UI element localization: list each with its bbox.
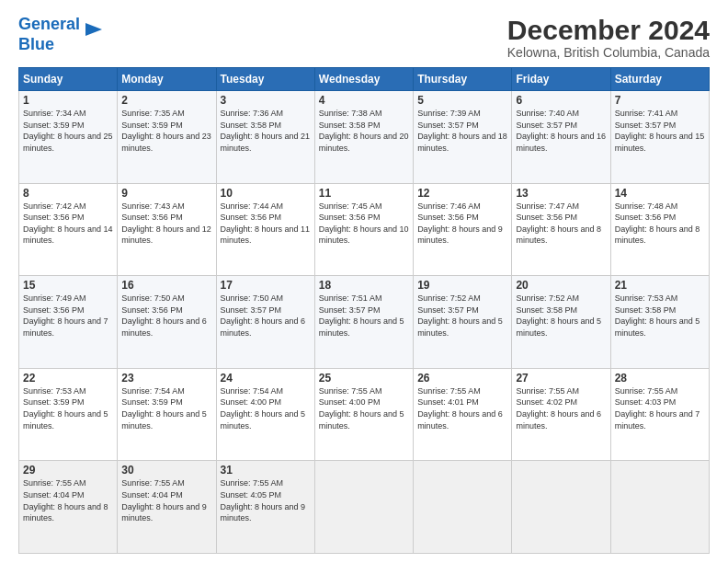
day-info: Sunrise: 7:55 AMSunset: 4:04 PMDaylight:…	[121, 478, 207, 523]
table-row: 24 Sunrise: 7:54 AMSunset: 4:00 PMDaylig…	[216, 368, 314, 461]
day-info: Sunrise: 7:34 AMSunset: 3:59 PMDaylight:…	[23, 109, 113, 153]
table-row: 12 Sunrise: 7:46 AMSunset: 3:56 PMDaylig…	[414, 183, 512, 276]
calendar-week-row: 15 Sunrise: 7:49 AMSunset: 3:56 PMDaylig…	[19, 276, 710, 369]
day-number: 13	[516, 187, 606, 200]
day-info: Sunrise: 7:45 AMSunset: 3:56 PMDaylight:…	[319, 201, 409, 246]
table-row: 4 Sunrise: 7:38 AMSunset: 3:58 PMDayligh…	[314, 91, 413, 184]
page: General Blue December 2024 Kelowna, Brit…	[0, 0, 728, 563]
calendar-week-row: 22 Sunrise: 7:53 AMSunset: 3:59 PMDaylig…	[19, 368, 710, 461]
table-row: 26 Sunrise: 7:55 AMSunset: 4:01 PMDaylig…	[414, 368, 512, 461]
header: General Blue December 2024 Kelowna, Brit…	[18, 15, 710, 60]
table-row: 29 Sunrise: 7:55 AMSunset: 4:04 PMDaylig…	[19, 461, 118, 554]
table-row: 22 Sunrise: 7:53 AMSunset: 3:59 PMDaylig…	[19, 368, 118, 461]
table-row: 13 Sunrise: 7:47 AMSunset: 3:56 PMDaylig…	[512, 183, 610, 276]
table-row: 8 Sunrise: 7:42 AMSunset: 3:56 PMDayligh…	[19, 183, 118, 276]
calendar-week-row: 1 Sunrise: 7:34 AMSunset: 3:59 PMDayligh…	[19, 91, 710, 184]
day-info: Sunrise: 7:40 AMSunset: 3:57 PMDaylight:…	[516, 109, 606, 153]
table-row: 9 Sunrise: 7:43 AMSunset: 3:56 PMDayligh…	[118, 183, 216, 276]
day-number: 12	[417, 187, 507, 200]
table-row: 10 Sunrise: 7:44 AMSunset: 3:56 PMDaylig…	[216, 183, 314, 276]
table-row	[512, 461, 610, 554]
logo-arrow-icon	[84, 19, 104, 43]
day-number: 26	[417, 372, 507, 385]
table-row: 15 Sunrise: 7:49 AMSunset: 3:56 PMDaylig…	[19, 276, 118, 369]
day-info: Sunrise: 7:54 AMSunset: 4:00 PMDaylight:…	[221, 386, 306, 431]
table-row: 21 Sunrise: 7:53 AMSunset: 3:58 PMDaylig…	[610, 276, 709, 369]
table-row: 31 Sunrise: 7:55 AMSunset: 4:05 PMDaylig…	[216, 461, 314, 554]
table-row: 3 Sunrise: 7:36 AMSunset: 3:58 PMDayligh…	[216, 91, 314, 184]
day-info: Sunrise: 7:55 AMSunset: 4:03 PMDaylight:…	[615, 386, 700, 431]
day-number: 11	[319, 187, 409, 200]
table-row: 1 Sunrise: 7:34 AMSunset: 3:59 PMDayligh…	[19, 91, 118, 184]
col-saturday: Saturday	[610, 68, 709, 91]
col-thursday: Thursday	[414, 68, 512, 91]
day-info: Sunrise: 7:36 AMSunset: 3:58 PMDaylight:…	[221, 109, 311, 153]
table-row: 28 Sunrise: 7:55 AMSunset: 4:03 PMDaylig…	[610, 368, 709, 461]
day-info: Sunrise: 7:55 AMSunset: 4:05 PMDaylight:…	[221, 478, 306, 523]
table-row: 2 Sunrise: 7:35 AMSunset: 3:59 PMDayligh…	[118, 91, 216, 184]
day-info: Sunrise: 7:43 AMSunset: 3:56 PMDaylight:…	[121, 201, 211, 246]
day-info: Sunrise: 7:55 AMSunset: 4:00 PMDaylight:…	[319, 386, 404, 431]
logo-text: General Blue	[18, 15, 80, 54]
day-info: Sunrise: 7:44 AMSunset: 3:56 PMDaylight:…	[221, 201, 311, 246]
calendar-table: Sunday Monday Tuesday Wednesday Thursday…	[18, 67, 710, 554]
col-monday: Monday	[118, 68, 216, 91]
day-number: 27	[516, 372, 606, 385]
day-number: 18	[319, 279, 409, 292]
month-title: December 2024	[507, 15, 710, 45]
day-number: 23	[121, 372, 211, 385]
col-sunday: Sunday	[19, 68, 118, 91]
logo-general: General	[18, 15, 80, 33]
logo-blue: Blue	[18, 35, 54, 53]
day-number: 8	[23, 187, 113, 200]
day-number: 5	[417, 94, 507, 107]
day-number: 31	[221, 464, 311, 477]
day-number: 7	[615, 94, 705, 107]
calendar-header-row: Sunday Monday Tuesday Wednesday Thursday…	[19, 68, 710, 91]
day-number: 9	[121, 187, 211, 200]
day-info: Sunrise: 7:38 AMSunset: 3:58 PMDaylight:…	[319, 109, 409, 153]
day-number: 21	[615, 279, 705, 292]
day-number: 10	[221, 187, 311, 200]
table-row: 14 Sunrise: 7:48 AMSunset: 3:56 PMDaylig…	[610, 183, 709, 276]
location: Kelowna, British Columbia, Canada	[507, 45, 710, 60]
day-number: 2	[121, 94, 211, 107]
day-info: Sunrise: 7:46 AMSunset: 3:56 PMDaylight:…	[417, 201, 503, 246]
day-number: 1	[23, 94, 113, 107]
day-number: 25	[319, 372, 409, 385]
col-wednesday: Wednesday	[314, 68, 413, 91]
day-number: 24	[221, 372, 311, 385]
day-info: Sunrise: 7:53 AMSunset: 3:58 PMDaylight:…	[615, 293, 700, 338]
day-number: 29	[23, 464, 113, 477]
calendar-week-row: 8 Sunrise: 7:42 AMSunset: 3:56 PMDayligh…	[19, 183, 710, 276]
day-info: Sunrise: 7:55 AMSunset: 4:02 PMDaylight:…	[516, 386, 601, 431]
title-block: December 2024 Kelowna, British Columbia,…	[507, 15, 710, 60]
table-row: 6 Sunrise: 7:40 AMSunset: 3:57 PMDayligh…	[512, 91, 610, 184]
calendar-week-row: 29 Sunrise: 7:55 AMSunset: 4:04 PMDaylig…	[19, 461, 710, 554]
day-number: 30	[121, 464, 211, 477]
day-info: Sunrise: 7:50 AMSunset: 3:56 PMDaylight:…	[121, 293, 207, 338]
table-row	[610, 461, 709, 554]
logo: General Blue	[18, 15, 104, 54]
table-row: 23 Sunrise: 7:54 AMSunset: 3:59 PMDaylig…	[118, 368, 216, 461]
day-number: 19	[417, 279, 507, 292]
table-row	[314, 461, 413, 554]
day-info: Sunrise: 7:53 AMSunset: 3:59 PMDaylight:…	[23, 386, 108, 431]
table-row: 27 Sunrise: 7:55 AMSunset: 4:02 PMDaylig…	[512, 368, 610, 461]
day-info: Sunrise: 7:42 AMSunset: 3:56 PMDaylight:…	[23, 201, 113, 246]
day-number: 28	[615, 372, 705, 385]
col-tuesday: Tuesday	[216, 68, 314, 91]
day-info: Sunrise: 7:41 AMSunset: 3:57 PMDaylight:…	[615, 109, 705, 153]
table-row: 16 Sunrise: 7:50 AMSunset: 3:56 PMDaylig…	[118, 276, 216, 369]
col-friday: Friday	[512, 68, 610, 91]
table-row: 25 Sunrise: 7:55 AMSunset: 4:00 PMDaylig…	[314, 368, 413, 461]
day-info: Sunrise: 7:39 AMSunset: 3:57 PMDaylight:…	[417, 109, 507, 153]
day-info: Sunrise: 7:52 AMSunset: 3:58 PMDaylight:…	[516, 293, 601, 338]
table-row: 17 Sunrise: 7:50 AMSunset: 3:57 PMDaylig…	[216, 276, 314, 369]
table-row: 5 Sunrise: 7:39 AMSunset: 3:57 PMDayligh…	[414, 91, 512, 184]
day-number: 14	[615, 187, 705, 200]
svg-marker-0	[85, 23, 102, 36]
day-number: 6	[516, 94, 606, 107]
table-row: 18 Sunrise: 7:51 AMSunset: 3:57 PMDaylig…	[314, 276, 413, 369]
day-info: Sunrise: 7:55 AMSunset: 4:04 PMDaylight:…	[23, 478, 108, 523]
